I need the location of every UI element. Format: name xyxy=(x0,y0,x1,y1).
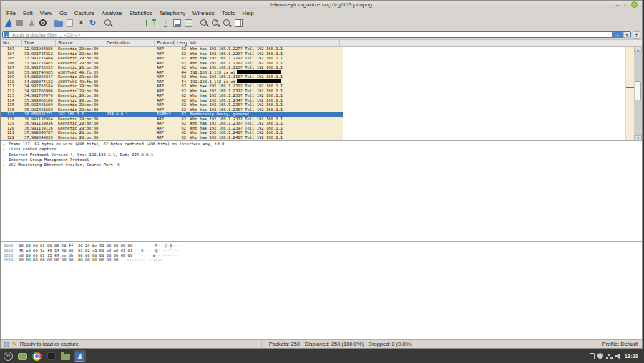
expert-info-icon[interactable] xyxy=(4,342,9,347)
detail-text: Frame 117: 62 bytes on wire (496 bits), … xyxy=(9,142,224,146)
menu-capture[interactable]: Capture xyxy=(71,10,98,16)
files-button[interactable] xyxy=(59,350,72,362)
menu-wireless[interactable]: Wireless xyxy=(189,10,218,16)
start-capture-button[interactable] xyxy=(3,18,14,28)
packet-row-122[interactable]: 12237.990849839Keenetic_29:be:30ARP62Who… xyxy=(1,135,343,140)
go-forward-button[interactable]: → xyxy=(126,18,137,28)
expander-icon[interactable]: ▸ xyxy=(1,142,9,147)
hex-line[interactable]: 0020e0 00 00 01 11 64 ee 9b 00 00 00 00 … xyxy=(1,253,642,258)
col-header-source[interactable]: Source xyxy=(56,40,104,46)
cell-no: 122 xyxy=(1,135,22,140)
packet-list-scrollbar[interactable]: ▴ ▾ xyxy=(634,47,642,140)
save-capture-file-button[interactable] xyxy=(64,18,75,28)
filter-input-wrap: → ▾ xyxy=(2,31,631,38)
col-header-destination[interactable]: Destination xyxy=(104,40,155,46)
packet-rows: 10332.991994086Keenetic_29:be:30ARP62Who… xyxy=(1,47,343,140)
menu-statistics[interactable]: Statistics xyxy=(126,10,156,16)
zoom-100-button[interactable] xyxy=(222,18,233,28)
close-capture-file-button[interactable]: × xyxy=(76,18,87,28)
hex-ascii: ·····d·· ········ xyxy=(141,253,181,258)
detail-line[interactable]: ▸Frame 117: 62 bytes on wire (496 bits),… xyxy=(1,142,642,147)
apply-filter-button[interactable]: → xyxy=(612,32,623,38)
col-header-time[interactable]: Time xyxy=(22,40,56,46)
detail-line[interactable]: ▸Internet Protocol Version 4, Src: 192.1… xyxy=(1,153,642,158)
col-header-info[interactable]: Info xyxy=(187,40,340,46)
find-packet-button[interactable] xyxy=(103,18,114,28)
resize-columns-button[interactable] xyxy=(233,18,244,28)
go-to-packet-button[interactable]: → xyxy=(137,18,148,28)
zoom-in-icon: + xyxy=(200,19,209,28)
expander-icon[interactable]: ▸ xyxy=(1,158,9,163)
auto-scroll-button[interactable] xyxy=(172,18,182,28)
menu-edit[interactable]: Edit xyxy=(19,10,36,16)
hex-offset: 0030 xyxy=(1,258,13,262)
wireshark-button[interactable] xyxy=(74,350,86,362)
go-back-button[interactable]: ← xyxy=(114,18,125,28)
detail-line[interactable]: ▸Linux cooked capture xyxy=(1,147,642,152)
cell-info: Who has 192.168.1.241? Tell 192.168.1.1 xyxy=(187,135,343,140)
hex-ascii: E·····@· ···`···· xyxy=(141,248,181,253)
col-header-length[interactable]: Length xyxy=(175,40,187,46)
cell-dst xyxy=(104,135,155,140)
capture-options-button[interactable] xyxy=(26,18,36,28)
hex-line[interactable]: 001045 c0 00 1c f6 14 40 00 01 02 e1 60 … xyxy=(1,248,642,253)
hex-bytes: 00 02 00 01 00 06 50 ff 20 29 be 30 00 0… xyxy=(19,243,132,248)
close-button[interactable] xyxy=(631,1,638,8)
network-tray-icon[interactable] xyxy=(606,354,613,359)
display-filter-input[interactable] xyxy=(2,31,631,38)
capture-comment-icon[interactable]: ✎ xyxy=(12,342,17,347)
profile-label[interactable]: Profile: Default xyxy=(595,341,639,347)
zoom-out-icon: − xyxy=(211,19,220,28)
scroll-down-icon[interactable]: ▾ xyxy=(634,135,642,140)
reload-file-button[interactable]: ↻ xyxy=(87,18,98,28)
detail-line[interactable]: ▸Internet Group Management Protocol xyxy=(1,158,642,163)
redaction-bar xyxy=(237,70,281,74)
go-to-top-button[interactable]: ↑ xyxy=(149,18,160,28)
expander-icon[interactable]: ▸ xyxy=(1,153,9,158)
scroll-up-icon[interactable]: ▴ xyxy=(634,47,642,52)
wireshark-window: teknoseyir organize suç örgütü3.pcapng –… xyxy=(0,0,643,349)
title-bar[interactable]: teknoseyir organize suç örgütü3.pcapng –… xyxy=(1,1,642,9)
filter-dropdown-button[interactable]: ▾ xyxy=(623,32,630,38)
mint-menu-button[interactable]: lm xyxy=(2,350,14,362)
col-header-no[interactable]: No. xyxy=(1,40,22,46)
expander-icon[interactable]: ▸ xyxy=(1,163,9,168)
show-desktop-button[interactable] xyxy=(16,350,29,362)
menu-analyze[interactable]: Analyze xyxy=(98,10,125,16)
cell-proto: ARP xyxy=(155,135,175,140)
menu-tools[interactable]: Tools xyxy=(218,10,239,16)
cell-len: 62 xyxy=(175,135,187,140)
scrollbar-minimap[interactable] xyxy=(625,47,634,140)
open-capture-file-button[interactable] xyxy=(53,18,64,28)
col-header-protocol[interactable]: Protocol xyxy=(155,40,175,46)
detail-line[interactable]: ▸VSS Monitoring Ethernet trailer, Source… xyxy=(1,163,642,168)
hex-line[interactable]: 003000 00 00 00 00 00 00 00 00 00 00 00 … xyxy=(1,258,642,263)
go-to-bottom-button[interactable]: ↓ xyxy=(160,18,171,28)
minimize-button[interactable]: – xyxy=(616,2,619,8)
scrollbar-thumb[interactable] xyxy=(635,81,641,100)
go-to-packet-icon: → xyxy=(139,20,147,26)
chrome-button[interactable] xyxy=(31,350,43,362)
menu-view[interactable]: View xyxy=(36,10,56,16)
zoom-in-button[interactable]: + xyxy=(199,18,210,28)
restart-capture-button[interactable] xyxy=(37,18,48,28)
shield-tray-icon[interactable] xyxy=(597,353,603,359)
stop-capture-button[interactable] xyxy=(14,18,25,28)
zoom-out-button[interactable]: − xyxy=(210,18,221,28)
taskbar-clock[interactable]: 18:29 xyxy=(625,353,638,359)
colorize-packets-button[interactable] xyxy=(183,18,194,28)
add-filter-button[interactable]: + xyxy=(633,31,640,39)
volume-tray-icon[interactable] xyxy=(615,354,622,359)
maximize-button[interactable]: ▫ xyxy=(624,2,626,8)
menu-help[interactable]: Help xyxy=(238,10,257,16)
hex-line[interactable]: 000000 02 00 01 00 06 50 ff 20 29 be 30 … xyxy=(1,243,642,248)
clipboard-tray-icon[interactable] xyxy=(590,353,595,359)
hex-ascii: ········ ······ xyxy=(127,258,162,262)
menu-file[interactable]: File xyxy=(3,10,19,16)
menu-telephony[interactable]: Telephony xyxy=(156,10,189,16)
expander-icon[interactable]: ▸ xyxy=(1,147,9,152)
terminal-button[interactable] xyxy=(45,350,57,362)
menu-go[interactable]: Go xyxy=(56,10,71,16)
packet-details: ▸Frame 117: 62 bytes on wire (496 bits),… xyxy=(1,140,642,241)
main-toolbar: ×↻←→→↑↓+− xyxy=(1,17,642,29)
